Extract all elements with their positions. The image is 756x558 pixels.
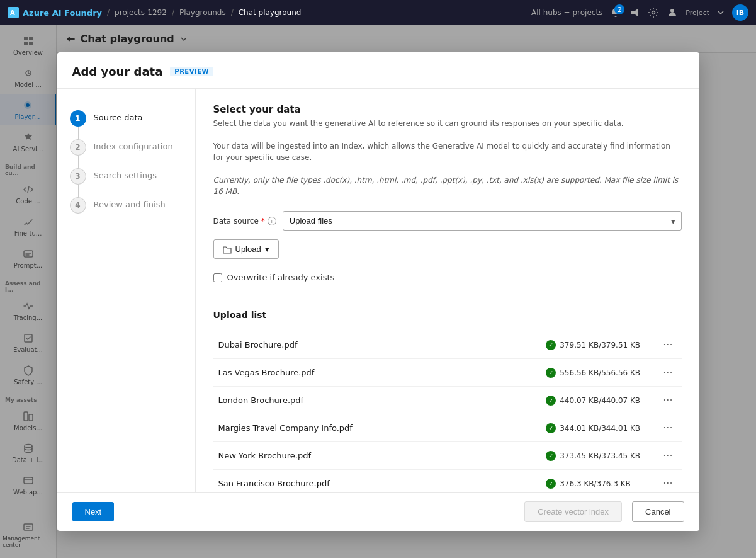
table-row: San Francisco Brochure.pdf ✓ 376.3 KB/37… <box>213 470 682 492</box>
check-icon-4: ✓ <box>546 451 556 461</box>
chevron-down-icon[interactable] <box>717 9 725 16</box>
table-row: Las Vegas Brochure.pdf ✓ 556.56 KB/556.5… <box>213 359 682 387</box>
file-name-4: New York Brochure.pdf <box>218 451 546 460</box>
step-2-label: Index configuration <box>94 139 173 151</box>
file-status-4: ✓ 373.45 KB/373.45 KB <box>546 451 659 461</box>
dialog-body: 1 Source data 2 Index configuration 3 Se… <box>57 89 699 492</box>
create-vector-index-button: Create vector index <box>524 501 622 522</box>
check-icon-0: ✓ <box>546 340 556 350</box>
table-row: Dubai Brochure.pdf ✓ 379.51 KB/379.51 KB… <box>213 331 682 359</box>
step-2: 2 Index configuration <box>70 133 183 162</box>
overwrite-checkbox[interactable] <box>213 273 222 282</box>
more-menu-1[interactable]: ··· <box>659 365 676 380</box>
topbar-right: All hubs + projects 2 Project IB <box>531 4 748 21</box>
step-1-label: Source data <box>94 110 143 122</box>
project-label: Project <box>685 9 709 17</box>
step-2-num: 2 <box>70 139 86 156</box>
topbar: A Azure AI Foundry / projects-1292 / Pla… <box>0 0 756 25</box>
file-status-1: ✓ 556.56 KB/556.56 KB <box>546 368 659 378</box>
data-source-select[interactable]: Upload files <box>283 211 682 231</box>
more-menu-3[interactable]: ··· <box>659 421 676 435</box>
data-source-field: Data source * i Upload files ▾ <box>213 211 682 231</box>
data-source-select-wrapper: Upload files ▾ <box>283 211 682 231</box>
file-name-3: Margies Travel Company Info.pdf <box>218 423 546 433</box>
step-1: 1 Source data <box>70 104 183 133</box>
file-status-2: ✓ 440.07 KB/440.07 KB <box>546 396 659 406</box>
breadcrumb-playgrounds[interactable]: Playgrounds <box>179 8 226 17</box>
overwrite-label[interactable]: Overwrite if already exists <box>227 273 335 282</box>
svg-point-3 <box>670 9 674 13</box>
dialog-footer: Next Create vector index Cancel <box>57 492 699 531</box>
steps-panel: 1 Source data 2 Index configuration 3 Se… <box>57 89 196 492</box>
check-icon-2: ✓ <box>546 396 556 406</box>
check-icon-3: ✓ <box>546 423 556 433</box>
file-name-5: San Francisco Brochure.pdf <box>218 479 546 488</box>
avatar[interactable]: IB <box>732 4 748 21</box>
dialog-overlay: Add your data PREVIEW 1 Source data 2 In… <box>0 25 756 558</box>
cancel-button[interactable]: Cancel <box>632 501 684 522</box>
svg-text:A: A <box>10 9 15 16</box>
hub-projects-link[interactable]: All hubs + projects <box>531 8 602 17</box>
section-desc-2: Your data will be ingested into an Index… <box>213 140 682 163</box>
table-row: New York Brochure.pdf ✓ 373.45 KB/373.45… <box>213 442 682 470</box>
step-3-label: Search settings <box>94 168 157 180</box>
upload-button[interactable]: Upload ▾ <box>213 239 279 259</box>
table-row: London Brochure.pdf ✓ 440.07 KB/440.07 K… <box>213 387 682 414</box>
data-source-label: Data source * i <box>213 217 276 225</box>
preview-badge: PREVIEW <box>170 67 213 76</box>
more-menu-0[interactable]: ··· <box>659 338 676 352</box>
step-4-label: Review and finish <box>94 197 166 209</box>
user-icon[interactable] <box>667 7 678 18</box>
step-3-num: 3 <box>70 168 86 185</box>
app-logo[interactable]: A Azure AI Foundry <box>8 7 102 18</box>
breadcrumb-projects[interactable]: projects-1292 <box>115 8 167 17</box>
file-name-0: Dubai Brochure.pdf <box>218 340 546 350</box>
more-menu-2[interactable]: ··· <box>659 393 676 407</box>
file-status-5: ✓ 376.3 KB/376.3 KB <box>546 479 659 489</box>
section-note: Currently, only the file types .doc(x), … <box>213 174 682 197</box>
settings-icon[interactable] <box>648 7 659 18</box>
notification-bell[interactable]: 2 <box>610 7 621 18</box>
file-status-0: ✓ 379.51 KB/379.51 KB <box>546 340 659 350</box>
section-title: Select your data <box>213 104 682 115</box>
add-your-data-dialog: Add your data PREVIEW 1 Source data 2 In… <box>57 52 699 531</box>
upload-list: Dubai Brochure.pdf ✓ 379.51 KB/379.51 KB… <box>213 331 682 492</box>
step-4-num: 4 <box>70 197 86 214</box>
table-row: Margies Travel Company Info.pdf ✓ 344.01… <box>213 414 682 442</box>
more-menu-5[interactable]: ··· <box>659 476 676 491</box>
dialog-title: Add your data <box>72 65 163 78</box>
svg-point-2 <box>652 11 655 14</box>
folder-icon <box>223 245 232 254</box>
check-icon-1: ✓ <box>546 368 556 378</box>
step-4: 4 Review and finish <box>70 191 183 220</box>
dialog-header: Add your data PREVIEW <box>57 52 699 89</box>
upload-arrow-icon: ▾ <box>265 244 269 254</box>
section-header: Select your data Select the data you wan… <box>213 104 682 132</box>
upload-button-row: Upload ▾ <box>213 239 682 259</box>
file-status-3: ✓ 344.01 KB/344.01 KB <box>546 423 659 433</box>
step-1-num: 1 <box>70 110 86 127</box>
upload-list-title: Upload list <box>213 310 682 320</box>
step-3: 3 Search settings <box>70 162 183 191</box>
breadcrumb-chat-playground[interactable]: Chat playground <box>239 8 302 17</box>
overwrite-checkbox-row: Overwrite if already exists <box>213 273 682 282</box>
data-source-info-icon[interactable]: i <box>268 217 276 225</box>
megaphone-icon[interactable] <box>629 7 640 18</box>
more-menu-4[interactable]: ··· <box>659 448 676 463</box>
notification-count: 2 <box>614 4 624 14</box>
section-desc-1: Select the data you want the generative … <box>213 118 682 129</box>
file-name-1: Las Vegas Brochure.pdf <box>218 368 546 377</box>
file-name-2: London Brochure.pdf <box>218 396 546 405</box>
check-icon-5: ✓ <box>546 479 556 489</box>
next-button[interactable]: Next <box>72 502 115 521</box>
content-panel: Select your data Select the data you wan… <box>196 89 699 492</box>
